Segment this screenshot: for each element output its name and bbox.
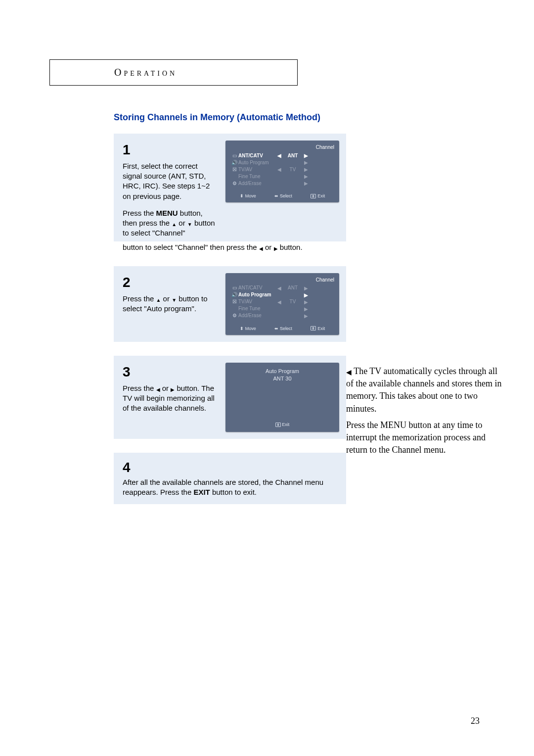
osd-auto-program-value: ANT 30: [230, 375, 334, 382]
sound-mode-icon: 🔊: [230, 160, 238, 165]
up-arrow-icon: [156, 298, 161, 303]
right-arrow-icon: [303, 300, 310, 305]
osd-exit-hint: Ⅲ Exit: [311, 326, 325, 331]
right-arrow-icon: [303, 174, 310, 179]
left-arrow-icon: [276, 300, 283, 305]
section-header: Operation: [49, 59, 298, 86]
step-1-panel: 1 First, select the correct signal sourc…: [114, 134, 346, 241]
left-arrow-icon: [259, 246, 263, 251]
osd-exit-hint: Ⅲ Exit: [230, 422, 334, 427]
right-arrow-icon: [171, 387, 175, 392]
step-1-number: 1: [123, 141, 217, 159]
down-arrow-icon: [187, 222, 192, 227]
channel-mode-icon: ☒: [230, 299, 238, 304]
right-arrow-icon: [274, 246, 278, 251]
step-1-text-overflow: button to select "Channel" then press th…: [114, 242, 355, 252]
step-2-text: Press the or button to select "Auto prog…: [123, 294, 217, 314]
osd-auto-program-title: Auto Program: [230, 368, 334, 375]
sound-mode-icon: 🔊: [230, 292, 238, 297]
left-arrow-icon: [276, 286, 283, 291]
step-1-text-b: Press the MENU button, then press the or…: [123, 208, 217, 238]
step-3-number: 3: [123, 363, 217, 381]
up-arrow-icon: [172, 222, 177, 227]
osd-select-hint: ⬌ Select: [274, 193, 292, 198]
channel-mode-icon: ☒: [230, 167, 238, 172]
right-arrow-icon: [303, 314, 310, 319]
right-arrow-icon: [303, 286, 310, 291]
osd-screenshot-2: Channel ▭ ANT/CATV ANT 🔊 Auto Program ☒ …: [225, 273, 339, 335]
step-4-text: After all the available channels are sto…: [123, 477, 339, 498]
down-arrow-icon: [172, 298, 177, 303]
osd-move-hint: ⬍ Move: [240, 326, 256, 331]
left-arrow-icon: [276, 167, 283, 172]
right-arrow-icon: [303, 153, 310, 158]
right-arrow-icon: [303, 167, 310, 172]
right-arrow-icon: [303, 307, 310, 312]
osd-exit-hint: Ⅲ Exit: [311, 193, 325, 198]
setup-mode-icon: ⚙: [230, 313, 238, 318]
osd-select-hint: ⬌ Select: [274, 326, 292, 331]
osd-title: Channel: [230, 144, 334, 150]
page-title: Storing Channels in Memory (Automatic Me…: [114, 112, 485, 123]
left-arrow-icon: [346, 369, 352, 376]
step-2-number: 2: [123, 273, 217, 292]
osd-screenshot-3: Auto Program ANT 30 Ⅲ Exit: [225, 363, 339, 432]
left-arrow-icon: [156, 387, 160, 392]
step-3-panel: 3 Press the or button. The TV will begin…: [114, 356, 346, 439]
osd-screenshot-1: Channel ▭ ANT/CATV ANT 🔊 Auto Program ☒ …: [225, 141, 339, 202]
right-arrow-icon: [303, 181, 310, 186]
right-arrow-icon: [303, 160, 310, 165]
step-2-panel: 2 Press the or button to select "Auto pr…: [114, 266, 346, 342]
osd-move-hint: ⬍ Move: [240, 193, 256, 198]
left-arrow-icon: [276, 153, 283, 158]
step-1-text-a: First, select the correct signal source …: [123, 161, 217, 201]
step-4-number: 4: [123, 460, 339, 475]
osd-title: Channel: [230, 277, 334, 283]
setup-mode-icon: ⚙: [230, 181, 238, 186]
page-number: 23: [471, 716, 480, 726]
step-3-text: Press the or button. The TV will begin m…: [123, 383, 217, 414]
right-arrow-icon: [303, 293, 310, 298]
step-4-panel: 4 After all the available channels are s…: [114, 453, 346, 505]
side-note: The TV automatically cycles through all …: [346, 365, 504, 456]
picture-mode-icon: ▭: [230, 285, 238, 290]
picture-mode-icon: ▭: [230, 153, 238, 158]
